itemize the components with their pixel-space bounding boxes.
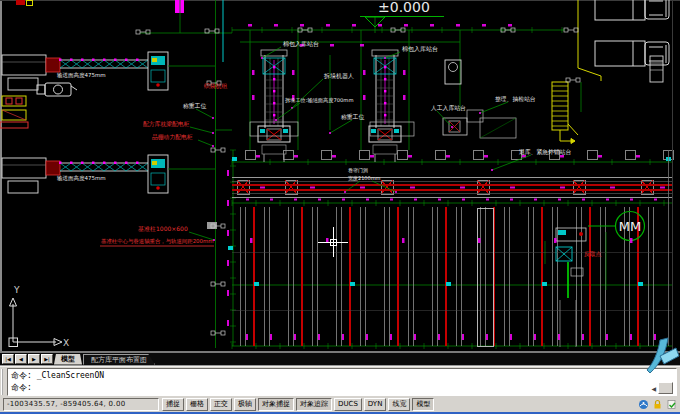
statusbar-toggle-polar[interactable]: 极轴 xyxy=(234,398,256,411)
layout-tab-bar: |◀ ◀ ▶ ▶| 模型 配方库平面布置图 xyxy=(0,353,680,366)
depal-station-label: 拆垛工位:输送面高度700mm xyxy=(285,97,353,104)
bale-inbound-right-label: 棉包入库站台 xyxy=(402,45,438,53)
elevator-towers xyxy=(258,50,401,162)
conveyor-height-2-label: 输送面高度475mm xyxy=(57,175,106,182)
scroll-left-icon[interactable]: ◀ xyxy=(651,385,656,392)
status-toggle-group: 捕捉栅格正交极轴对象捕捉对象追踪DUCSDYN线宽模型 xyxy=(162,398,434,411)
mm-bubble: MM xyxy=(588,212,645,241)
mm-bubble-label: MM xyxy=(619,219,641,234)
bale-inbound-left-label: 棉包入库站台 xyxy=(283,40,319,48)
bag-machine-label: 织袋机组 xyxy=(203,83,227,90)
drawing-canvas[interactable]: ±0.000 MM xyxy=(0,0,680,353)
command-input-area[interactable]: 命令: _CleanScreenON 命令: xyxy=(7,368,677,396)
platform-symbols xyxy=(100,56,663,246)
coordinate-display: -1003435.57, -859405.64, 0.00 xyxy=(3,398,159,411)
tab-next-icon[interactable]: ▶ xyxy=(28,354,40,364)
stairs-symbol xyxy=(552,0,601,144)
cyan-markers xyxy=(228,157,671,286)
ucs-y-label: Y xyxy=(13,285,20,295)
tab-last-icon[interactable]: ▶| xyxy=(41,354,53,364)
tab-prev-icon[interactable]: ◀ xyxy=(15,354,27,364)
manual-inbound-label: 人工入库站台 xyxy=(430,104,466,112)
door-opening-line2-label: 宽度2100mm xyxy=(348,175,381,182)
elevation-marker: ±0.000 xyxy=(360,0,444,27)
door-opening-line1-label: 卷帘门洞 xyxy=(348,167,368,174)
trusted-drawing-icon[interactable] xyxy=(666,399,677,410)
status-bar: -1003435.57, -859405.64, 0.00 捕捉栅格正交极轴对象… xyxy=(0,397,680,412)
annotation-labels: 输送面高度475mm输送面高度475mm棉包入库站台棉包入库站台拆垛机器人拆垛工… xyxy=(57,40,602,257)
tab-layout-plan[interactable]: 配方库平面布置图 xyxy=(83,354,155,365)
command-scroll-corner: ◀ xyxy=(651,382,673,394)
statusbar-toggle-model[interactable]: 模型 xyxy=(412,398,434,411)
command-window: 命令: _CleanScreenON 命令: ◀ xyxy=(0,366,680,398)
statusbar-toggle-dyn[interactable]: DYN xyxy=(364,398,387,411)
command-prompt-line: 命令: xyxy=(11,382,676,394)
autocad-window: ±0.000 MM xyxy=(0,0,680,414)
ucs-icon: Y X xyxy=(9,285,69,348)
stairs-rungs xyxy=(552,86,568,126)
crosshair-cursor xyxy=(318,227,348,257)
weigh-station-right-label: 称重工位 xyxy=(341,113,364,120)
rack-field xyxy=(237,150,673,346)
statusbar-toggle-otrack[interactable]: 对象追踪 xyxy=(296,398,332,411)
datum-column-label: 基准柱1000×600 xyxy=(138,225,188,232)
tab-model[interactable]: 模型 xyxy=(54,354,82,365)
depal-robot-label: 拆垛机器人 xyxy=(323,72,354,80)
sorting-platform-label: 整理、抽检站台 xyxy=(495,96,536,103)
pick-point-label: 反取点 xyxy=(584,250,602,257)
command-history-line: 命令: _CleanScreenON xyxy=(11,370,676,382)
statusbar-toggle-ducs[interactable]: DUCS xyxy=(334,398,362,411)
status-tray xyxy=(638,399,677,410)
statusbar-toggle-grid[interactable]: 栅格 xyxy=(186,398,208,411)
tab-first-icon[interactable]: |◀ xyxy=(2,354,14,364)
autocad-logo xyxy=(646,334,680,374)
statusbar-toggle-ortho[interactable]: 正交 xyxy=(210,398,232,411)
dimension-lines xyxy=(140,0,672,349)
canopy-power-cabinet-label: 品棚动力配电柜 xyxy=(152,133,193,141)
conveyor-height-1-label: 输送面高度475mm xyxy=(57,72,106,79)
datum-note-label: 基准柱中心与巷道轴重合，与轨道间距200mm xyxy=(101,238,213,245)
weigh-station-left-label: 称重工位 xyxy=(183,102,206,109)
return-platform-label: 退库、紧急外销站台 xyxy=(519,148,571,156)
statusbar-toggle-snap[interactable]: 捕捉 xyxy=(162,398,184,411)
recipe-power-cabinet-label: 配方库枕梁配电柜 xyxy=(143,120,190,128)
toolbar-lock-icon[interactable] xyxy=(652,399,663,410)
pick-station-cluster xyxy=(545,228,606,347)
scrollbar-thumb[interactable] xyxy=(658,382,673,394)
ucs-x-label: X xyxy=(63,338,69,348)
communication-center-icon[interactable] xyxy=(638,399,649,410)
elevation-value: ±0.000 xyxy=(378,0,430,15)
statusbar-toggle-osnap[interactable]: 对象捕捉 xyxy=(258,398,294,411)
statusbar-toggle-lwt[interactable]: 线宽 xyxy=(388,398,410,411)
